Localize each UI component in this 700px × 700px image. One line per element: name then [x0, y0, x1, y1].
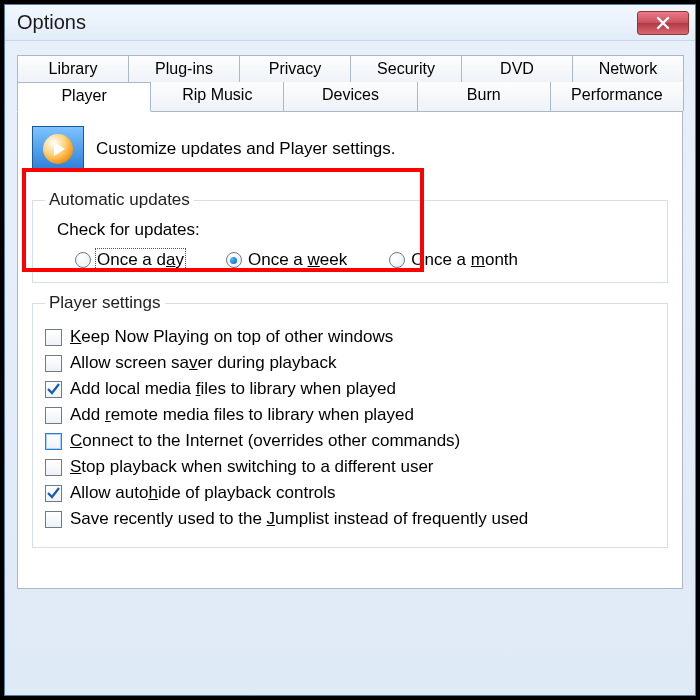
radio-once-a-day[interactable]: Once a day — [75, 250, 184, 270]
player-settings-group: Player settings Keep Now Playing on top … — [32, 293, 668, 548]
checkbox-label: Connect to the Internet (overrides other… — [70, 431, 460, 451]
tab-plugins[interactable]: Plug-ins — [128, 55, 240, 83]
tab-row-1: Library Plug-ins Privacy Security DVD Ne… — [17, 55, 683, 83]
checkbox-icon — [45, 355, 62, 372]
options-window: Options Library Plug-ins Privacy Securit… — [4, 4, 696, 696]
tab-devices[interactable]: Devices — [283, 82, 417, 111]
intro-text: Customize updates and Player settings. — [96, 139, 396, 159]
window-title: Options — [17, 11, 637, 34]
checkbox-label: Add remote media files to library when p… — [70, 405, 414, 425]
check-for-updates-label: Check for updates: — [57, 220, 655, 240]
tab-rip-music[interactable]: Rip Music — [150, 82, 284, 111]
tab-library[interactable]: Library — [17, 55, 129, 83]
tab-performance[interactable]: Performance — [550, 82, 684, 111]
checkbox-add-local-media[interactable]: Add local media files to library when pl… — [45, 379, 655, 399]
wmp-icon — [32, 126, 84, 172]
close-button[interactable] — [637, 11, 689, 35]
checkbox-icon — [45, 329, 62, 346]
checkbox-label: Keep Now Playing on top of other windows — [70, 327, 393, 347]
checkbox-icon — [45, 381, 62, 398]
tab-content-player: Customize updates and Player settings. A… — [17, 111, 683, 589]
checkbox-label: Save recently used to the Jumplist inste… — [70, 509, 528, 529]
intro-row: Customize updates and Player settings. — [32, 126, 668, 172]
tab-network[interactable]: Network — [572, 55, 684, 83]
automatic-updates-group: Automatic updates Check for updates: Onc… — [32, 190, 668, 283]
tab-player[interactable]: Player — [17, 82, 151, 112]
checkbox-connect-internet[interactable]: Connect to the Internet (overrides other… — [45, 431, 655, 451]
checkbox-icon — [45, 433, 62, 450]
tab-dvd[interactable]: DVD — [461, 55, 573, 83]
player-settings-legend: Player settings — [45, 293, 165, 313]
checkbox-label: Add local media files to library when pl… — [70, 379, 396, 399]
tab-privacy[interactable]: Privacy — [239, 55, 351, 83]
checkbox-icon — [45, 459, 62, 476]
radio-circle-icon — [389, 252, 405, 268]
checkbox-icon — [45, 485, 62, 502]
checkbox-autohide-controls[interactable]: Allow autohide of playback controls — [45, 483, 655, 503]
close-icon — [656, 16, 670, 30]
checkbox-label: Allow screen saver during playback — [70, 353, 336, 373]
checkbox-label: Stop playback when switching to a differ… — [70, 457, 434, 477]
tabs-area: Library Plug-ins Privacy Security DVD Ne… — [5, 41, 695, 589]
radio-once-a-week[interactable]: Once a week — [226, 250, 347, 270]
titlebar: Options — [5, 5, 695, 41]
checkbox-icon — [45, 511, 62, 528]
radio-circle-icon — [226, 252, 242, 268]
checkbox-keep-on-top[interactable]: Keep Now Playing on top of other windows — [45, 327, 655, 347]
checkbox-stop-switching-user[interactable]: Stop playback when switching to a differ… — [45, 457, 655, 477]
automatic-updates-legend: Automatic updates — [45, 190, 194, 210]
radio-label-month: Once a month — [411, 250, 518, 270]
checkbox-jumplist[interactable]: Save recently used to the Jumplist inste… — [45, 509, 655, 529]
tab-security[interactable]: Security — [350, 55, 462, 83]
radio-circle-icon — [75, 252, 91, 268]
checkbox-add-remote-media[interactable]: Add remote media files to library when p… — [45, 405, 655, 425]
radio-once-a-month[interactable]: Once a month — [389, 250, 518, 270]
tab-row-2: Player Rip Music Devices Burn Performanc… — [17, 82, 683, 111]
radio-label-week: Once a week — [248, 250, 347, 270]
checkbox-icon — [45, 407, 62, 424]
radio-label-day: Once a day — [97, 250, 184, 270]
update-frequency-radios: Once a day Once a week Once a month — [75, 250, 655, 270]
tab-burn[interactable]: Burn — [417, 82, 551, 111]
checkbox-screen-saver[interactable]: Allow screen saver during playback — [45, 353, 655, 373]
checkbox-label: Allow autohide of playback controls — [70, 483, 336, 503]
